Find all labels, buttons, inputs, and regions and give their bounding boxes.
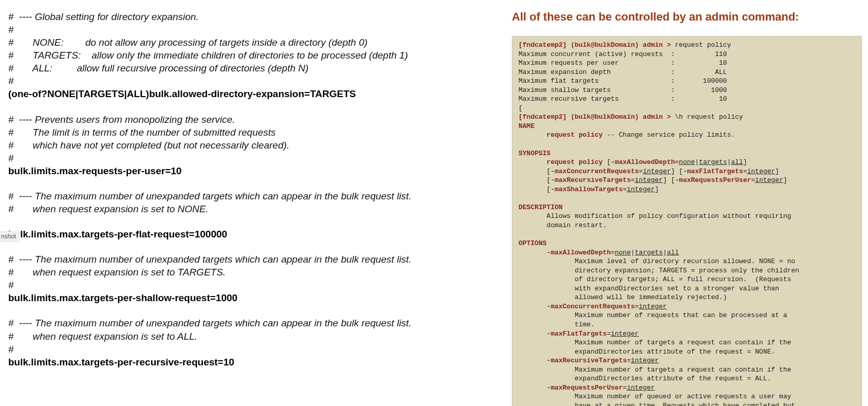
- option-desc: Maximum number of targets a request can …: [575, 339, 791, 346]
- desc-line: Allows modification of policy configurat…: [547, 212, 791, 220]
- bracket: [: [519, 104, 523, 112]
- option-desc: Maximum number of requests that can be p…: [575, 311, 787, 319]
- cmd-name: request policy: [547, 131, 603, 139]
- val: targets: [699, 158, 727, 166]
- comment: # ALL: allow full recursive processing o…: [8, 62, 495, 75]
- option-desc: directory expansion; TARGETS = process o…: [575, 267, 799, 274]
- setting-targets-per-flat-request: bulk.limits.max.targets-per-flat-request…: [8, 228, 495, 241]
- opt: -maxRequestsPerUser: [675, 176, 751, 184]
- comment: #: [8, 152, 495, 164]
- val: all: [731, 158, 743, 166]
- prompt: [fndcatemp2] (bulk@bulkDomain) admin >: [519, 41, 675, 49]
- section-name: NAME: [519, 122, 534, 130]
- comment: #: [8, 279, 495, 291]
- option-desc: Maximum number of targets a request can …: [575, 366, 791, 374]
- val: integer: [627, 384, 655, 392]
- val: integer: [635, 176, 663, 184]
- option-desc: have at a given time. Requests which hav…: [575, 402, 795, 406]
- page: # ---- Global setting for directory expa…: [0, 0, 868, 406]
- opt: -maxFlatTargets: [683, 168, 743, 175]
- comment: # TARGETS: allow only the immediate chil…: [8, 49, 495, 62]
- command: \h request policy: [675, 113, 743, 121]
- comment: # when request expansion is set to NONE.: [8, 202, 495, 215]
- option-name: -maxAllowedDepth: [547, 249, 611, 256]
- val: targets: [635, 249, 663, 256]
- opt: -maxConcurrentRequests: [550, 168, 639, 175]
- comment: #: [8, 23, 495, 36]
- setting-targets-per-shallow-request: bulk.limits.max.targets-per-shallow-requ…: [8, 291, 495, 304]
- prompt: [fndcatemp2] (bulk@bulkDomain) admin >: [519, 113, 675, 121]
- setting-targets-per-recursive-request: bulk.limits.max.targets-per-recursive-re…: [8, 356, 495, 368]
- val: none: [615, 249, 631, 256]
- comment: # ---- The maximum number of unexpanded …: [8, 317, 495, 329]
- val: integer: [747, 168, 775, 175]
- config-text: # ---- Global setting for directory expa…: [8, 10, 512, 401]
- desc-line: domain restart.: [547, 222, 607, 229]
- section-options: OPTIONS: [519, 239, 547, 247]
- val: integer: [755, 176, 783, 184]
- comment: # ---- Prevents users from monopolizing …: [8, 113, 495, 126]
- admin-heading: All of these can be controlled by an adm…: [512, 10, 862, 24]
- comment: # which have not yet completed (but not …: [8, 139, 495, 152]
- comment: # ---- Global setting for directory expa…: [8, 10, 495, 23]
- setting-allowed-directory-expansion: (one-of?NONE|TARGETS|ALL)bulk.allowed-di…: [8, 87, 495, 100]
- val: integer: [639, 303, 667, 310]
- comment: # when request expansion is set to TARGE…: [8, 266, 495, 279]
- val: all: [667, 249, 679, 256]
- setting-max-requests-per-user: bulk.limits.max-requests-per-user=10: [8, 164, 495, 177]
- option-desc: expandDirectories attribute of the reque…: [575, 375, 771, 382]
- terminal-output: [fndcatemp2] (bulk@bulkDomain) admin > r…: [512, 36, 862, 406]
- comment: # ---- The maximum number of unexpanded …: [8, 253, 495, 266]
- val: integer: [631, 357, 659, 364]
- right-column: All of these can be controlled by an adm…: [512, 10, 862, 401]
- comment: # ---- The maximum number of unexpanded …: [8, 190, 495, 202]
- section-synopsis: SYNOPSIS: [519, 150, 550, 157]
- option-desc: time.: [575, 321, 595, 328]
- comment: # The limit is in terms of the number of…: [8, 126, 495, 139]
- option-name: -maxRequestsPerUser: [547, 384, 623, 392]
- option-desc: with expandDirectories set to a stronger…: [575, 285, 779, 292]
- option-desc: Maximum level of directory recursion all…: [575, 257, 795, 265]
- comment: #: [8, 75, 495, 87]
- option-desc: expandDirectories attribute of the reque…: [575, 348, 775, 356]
- command: request policy: [675, 41, 731, 49]
- val: none: [679, 158, 695, 166]
- val: integer: [627, 186, 655, 193]
- section-description: DESCRIPTION: [519, 204, 563, 211]
- option-desc: of directory targets; ALL = full recursi…: [575, 275, 791, 283]
- screenshot-tag: nshot: [0, 231, 20, 242]
- comment: #: [8, 343, 495, 356]
- cmd-desc: -- Change service policy limits.: [603, 131, 735, 139]
- option-name: -maxConcurrentRequests: [547, 303, 635, 310]
- val: integer: [643, 168, 671, 175]
- synopsis-cmd: request policy: [547, 158, 603, 166]
- opt: -maxRecursiveTargets: [550, 176, 631, 184]
- opt: -maxShallowTargets: [550, 186, 622, 193]
- comment: # NONE: do not allow any processing of t…: [8, 36, 495, 49]
- option-name: -maxRecursiveTargets: [547, 357, 627, 364]
- option-desc: Maximum number of queued or active reque…: [575, 393, 791, 400]
- val: integer: [611, 330, 639, 338]
- comment: # when request expansion is set to ALL.: [8, 330, 495, 343]
- option-name: -maxFlatTargets: [547, 330, 607, 338]
- option-desc: allowed will be immediately rejected.): [575, 293, 727, 301]
- opt: -maxAllowedDepth: [611, 158, 675, 166]
